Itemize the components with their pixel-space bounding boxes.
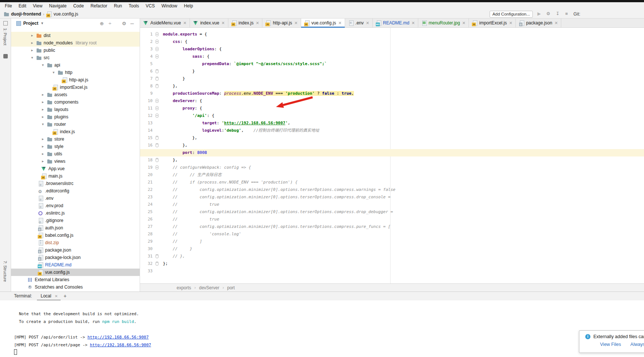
close-icon[interactable]: ✕ — [462, 21, 466, 26]
chevron-down-icon[interactable]: ▾ — [39, 61, 47, 69]
tree-item--env-prod[interactable]: .env.prod — [11, 202, 140, 209]
editor-tab-vue-config-js[interactable]: vue.config.js✕ — [301, 18, 345, 27]
chevron-right-icon[interactable]: ▸ — [39, 143, 47, 150]
menu-file[interactable]: File — [1, 2, 15, 10]
breadcrumb-file[interactable]: vue.config.js — [54, 11, 78, 17]
tree-item-scratches-and-consoles[interactable]: Scratches and Consoles — [11, 283, 140, 291]
code-editor[interactable]: 1234567891011121314151617181920212223242… — [140, 28, 644, 283]
tree-item-style[interactable]: ▸style — [11, 143, 140, 150]
menu-edit[interactable]: Edit — [15, 2, 30, 10]
chevron-right-icon[interactable]: ▸ — [39, 113, 47, 121]
code-line-10[interactable]: devServer: { — [163, 97, 644, 105]
breadcrumb-project[interactable]: duoji-frontend — [11, 11, 41, 17]
code-line-19[interactable]: // configureWebpack: config => { — [163, 164, 644, 171]
fold-marker-icon[interactable] — [156, 165, 159, 169]
code-line-11[interactable]: proxy: { — [163, 105, 644, 112]
chevron-right-icon[interactable]: ▸ — [39, 91, 47, 98]
fold-marker-icon[interactable] — [156, 106, 159, 110]
chevron-down-icon[interactable]: ▼ — [41, 21, 44, 25]
tree-item-main-js[interactable]: main.js — [11, 172, 140, 180]
tree-item-external-libraries[interactable]: External Libraries — [11, 276, 140, 283]
code-line-32[interactable]: }; — [163, 260, 644, 267]
tree-item-components[interactable]: ▸components — [11, 98, 140, 106]
fold-marker-icon[interactable] — [156, 77, 159, 81]
code-line-30[interactable]: // } — [163, 245, 644, 253]
menu-run[interactable]: Run — [110, 2, 125, 10]
code-line-20[interactable]: // // 生产去除日志 — [163, 171, 644, 179]
project-panel-title[interactable]: Project — [23, 21, 38, 26]
tree-item--browserslistrc[interactable]: .browserslistrc — [11, 180, 140, 187]
fold-marker-icon[interactable] — [156, 143, 159, 147]
run-play-icon[interactable]: ▶ — [536, 11, 542, 16]
code-line-21[interactable]: // if (process.env.NODE_ENV === 'product… — [163, 179, 644, 186]
menu-code[interactable]: Code — [70, 2, 87, 10]
menu-tools[interactable]: Tools — [125, 2, 142, 10]
code-line-16[interactable]: }, — [163, 142, 644, 149]
close-icon[interactable]: ✕ — [412, 21, 415, 26]
close-icon[interactable]: ✕ — [338, 21, 341, 26]
tree-item-layouts[interactable]: ▸layouts — [11, 106, 140, 113]
tree-item-plugins[interactable]: ▸plugins — [11, 113, 140, 121]
collapse-all-icon[interactable]: ÷ — [109, 21, 111, 26]
code-line-22[interactable]: // config.optimization.minimizer[0].opti… — [163, 186, 644, 193]
tree-item-app-vue[interactable]: App.vue — [11, 165, 140, 172]
menu-help[interactable]: Help — [181, 2, 197, 10]
hide-panel-icon[interactable]: ─ — [130, 21, 134, 26]
code-line-8[interactable]: }, — [163, 82, 644, 90]
code-line-7[interactable]: } — [163, 75, 644, 82]
chevron-right-icon[interactable]: ▸ — [39, 106, 47, 113]
code-line-23[interactable]: // config.optimization.minimizer[0].opti… — [163, 193, 644, 201]
tree-item-api[interactable]: ▾api — [11, 61, 140, 69]
tree-item-index-js[interactable]: index.js — [11, 128, 140, 135]
tree-item-dist-zip[interactable]: dist.zip — [11, 239, 140, 246]
tree-item-package-lock-json[interactable]: package-lock.json — [11, 254, 140, 261]
code-line-6[interactable]: } — [163, 68, 644, 75]
toolwindows-icon[interactable] — [3, 21, 8, 26]
tree-item-package-json[interactable]: package.json — [11, 246, 140, 254]
chevron-right-icon[interactable]: ▸ — [28, 32, 36, 39]
code-line-26[interactable]: // true — [163, 216, 644, 223]
code-line-1[interactable]: module.exports = { — [163, 31, 644, 38]
fold-marker-icon[interactable] — [156, 136, 159, 140]
chevron-right-icon[interactable]: ▸ — [39, 98, 47, 106]
fold-marker-icon[interactable] — [156, 99, 159, 103]
menu-view[interactable]: View — [30, 2, 46, 10]
code-line-33[interactable] — [163, 267, 644, 275]
editor-tab-importexcel-js[interactable]: importExcel.js✕ — [469, 18, 516, 27]
code-line-27[interactable]: // config.optimization.minimizer[0].opti… — [163, 223, 644, 230]
code-breadcrumb-devserver[interactable]: devServer — [199, 285, 219, 290]
code-line-25[interactable]: // config.optimization.minimizer[0].opti… — [163, 208, 644, 216]
commit-toolwindow-icon[interactable] — [3, 54, 8, 58]
tree-item-views[interactable]: ▸views — [11, 158, 140, 165]
code-line-24[interactable]: // true — [163, 201, 644, 208]
tree-item-vue-config-js[interactable]: vue.config.js — [11, 269, 140, 276]
code-line-28[interactable]: // 'console.log' — [163, 230, 644, 238]
structure-toolwindow-button[interactable]: 7: Structure — [3, 261, 7, 282]
menu-vcs[interactable]: VCS — [142, 2, 158, 10]
code-line-18[interactable]: }, — [163, 156, 644, 164]
chevron-down-icon[interactable]: ▾ — [28, 54, 36, 61]
new-terminal-icon[interactable]: + — [64, 293, 67, 299]
tree-item-http[interactable]: ▾http — [11, 69, 140, 76]
fold-marker-icon[interactable] — [156, 32, 159, 36]
tree-item-utils[interactable]: ▸utils — [11, 150, 140, 158]
fold-marker-icon[interactable] — [156, 40, 159, 44]
close-icon[interactable]: ✕ — [555, 21, 558, 26]
tree-item--eslintrc-js[interactable]: .eslintrc.js — [11, 209, 140, 217]
code-line-9[interactable]: productionSourceMap: process.env.NODE_EN… — [163, 90, 644, 97]
chevron-right-icon[interactable]: ▸ — [39, 158, 47, 165]
menu-navigate[interactable]: Navigate — [46, 2, 70, 10]
chevron-right-icon[interactable]: ▸ — [28, 47, 36, 54]
close-icon[interactable]: ✕ — [55, 294, 58, 298]
tree-item-public[interactable]: ▸public — [11, 47, 140, 54]
code-line-15[interactable]: }, — [163, 134, 644, 142]
chevron-right-icon[interactable]: ▸ — [39, 150, 47, 158]
code-line-12[interactable]: '/api': { — [163, 112, 644, 119]
code-line-17[interactable]: port: 8008 — [140, 149, 644, 156]
code-breadcrumb-exports[interactable]: exports — [177, 285, 191, 290]
tree-item-babel-config-js[interactable]: babel.config.js — [11, 232, 140, 239]
gear-icon[interactable]: ⚙ — [122, 21, 126, 26]
git-menu-label[interactable]: Git: — [573, 11, 580, 17]
close-icon[interactable]: ✕ — [256, 21, 259, 26]
editor-tab-asidemenu-vue[interactable]: AsideMenu.vue✕ — [140, 18, 190, 27]
